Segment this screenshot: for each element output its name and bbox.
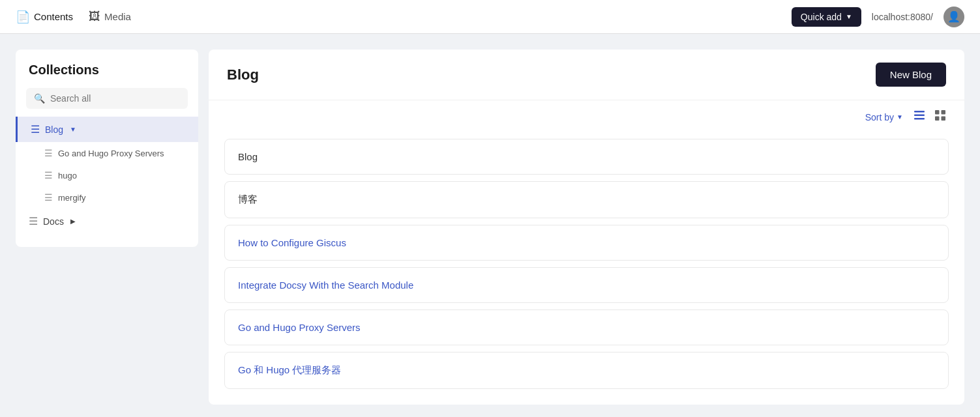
sidebar-blog-label: Blog: [45, 124, 63, 135]
search-icon: 🔍: [34, 93, 45, 104]
svg-rect-1: [914, 115, 925, 117]
sidebar-hugo-label: hugo: [58, 171, 77, 180]
blog-chevron-icon: ▼: [70, 126, 76, 133]
svg-rect-4: [942, 110, 946, 115]
blog-item-go-hugo-zh[interactable]: Go 和 Hugo 代理服务器: [224, 352, 949, 389]
new-blog-button[interactable]: New Blog: [876, 63, 946, 87]
sidebar-item-hugo[interactable]: ☰ hugo: [16, 164, 198, 186]
blog-item-how-to-giscus[interactable]: How to Configure Giscus: [224, 225, 949, 261]
sidebar-mergify-label: mergify: [58, 193, 86, 203]
content-panel: Blog New Blog Sort by ▼: [209, 50, 964, 405]
toolbar: Sort by ▼: [209, 100, 964, 134]
topnav-right: Quick add ▼ localhost:8080/ 👤: [792, 7, 964, 27]
sidebar-item-mergify[interactable]: ☰ mergify: [16, 186, 198, 208]
nav-contents-label: Contents: [34, 11, 73, 22]
svg-rect-6: [942, 117, 946, 121]
svg-rect-2: [914, 118, 925, 120]
mergify-icon: ☰: [44, 192, 53, 203]
blog-item-blog-en[interactable]: Blog: [224, 139, 949, 175]
list-view-button[interactable]: [911, 108, 928, 126]
sort-by-control[interactable]: Sort by ▼: [865, 112, 903, 122]
blog-item-integrate-docsy[interactable]: Integrate Docsy With the Search Module: [224, 267, 949, 303]
sidebar-item-go-hugo-proxy[interactable]: ☰ Go and Hugo Proxy Servers: [16, 142, 198, 164]
content-area: Blog New Blog Sort by ▼: [209, 50, 964, 405]
blog-item-blog-zh[interactable]: 博客: [224, 181, 949, 218]
sort-by-arrow-icon: ▼: [897, 113, 903, 121]
blog-item-blog-en-title: Blog: [238, 151, 258, 162]
view-toggle: [911, 108, 949, 126]
content-header: Blog New Blog: [209, 50, 964, 100]
topnav-left: 📄 Contents 🖼 Media: [16, 7, 776, 27]
sidebar: Collections 🔍 ☰ Blog ▼ ☰ Go and Hugo Pro…: [16, 50, 198, 247]
blog-list: Blog 博客 How to Configure Giscus Integrat…: [209, 134, 964, 405]
blog-item-go-hugo-zh-title: Go 和 Hugo 代理服务器: [238, 364, 341, 375]
sort-by-label: Sort by: [865, 112, 894, 122]
sidebar-title: Collections: [16, 63, 198, 88]
avatar[interactable]: 👤: [943, 7, 964, 27]
list-view-icon: [913, 109, 925, 121]
hugo-icon: ☰: [44, 170, 53, 180]
blog-item-how-to-giscus-title: How to Configure Giscus: [238, 237, 346, 248]
search-input[interactable]: [50, 93, 180, 104]
search-box[interactable]: 🔍: [26, 88, 188, 109]
sidebar-collections: ☰ Blog ▼ ☰ Go and Hugo Proxy Servers ☰ h…: [16, 117, 198, 234]
blog-item-integrate-docsy-title: Integrate Docsy With the Search Module: [238, 280, 413, 291]
docs-chevron-icon: ▶: [70, 218, 76, 225]
quick-add-label: Quick add: [801, 12, 842, 22]
nav-media-label: Media: [104, 11, 131, 22]
server-url: localhost:8080/: [872, 12, 933, 22]
blog-list-icon: ☰: [31, 123, 40, 136]
blog-item-blog-zh-title: 博客: [238, 194, 258, 205]
svg-rect-3: [935, 110, 940, 115]
nav-contents[interactable]: 📄 Contents: [16, 7, 73, 27]
main-layout: Collections 🔍 ☰ Blog ▼ ☰ Go and Hugo Pro…: [0, 34, 980, 417]
quick-add-arrow-icon: ▼: [846, 13, 852, 20]
sidebar-item-docs[interactable]: ☰ Docs ▶: [16, 208, 198, 234]
grid-view-icon: [934, 109, 946, 121]
top-navigation: 📄 Contents 🖼 Media Quick add ▼ localhost…: [0, 0, 980, 34]
nav-media[interactable]: 🖼 Media: [89, 7, 131, 26]
avatar-icon: 👤: [947, 10, 960, 23]
contents-icon: 📄: [16, 10, 30, 24]
blog-item-go-hugo-servers[interactable]: Go and Hugo Proxy Servers: [224, 309, 949, 345]
sidebar-item-blog[interactable]: ☰ Blog ▼: [16, 117, 198, 142]
grid-view-button[interactable]: [932, 108, 949, 126]
media-icon: 🖼: [89, 10, 100, 23]
svg-rect-0: [914, 111, 925, 113]
sidebar-docs-label: Docs: [43, 216, 64, 227]
go-hugo-proxy-icon: ☰: [44, 148, 53, 158]
content-title: Blog: [227, 66, 259, 83]
docs-list-icon: ☰: [29, 215, 38, 227]
blog-item-go-hugo-servers-title: Go and Hugo Proxy Servers: [238, 322, 361, 333]
quick-add-button[interactable]: Quick add ▼: [792, 7, 861, 27]
svg-rect-5: [935, 117, 940, 121]
sidebar-go-hugo-proxy-label: Go and Hugo Proxy Servers: [58, 149, 164, 158]
